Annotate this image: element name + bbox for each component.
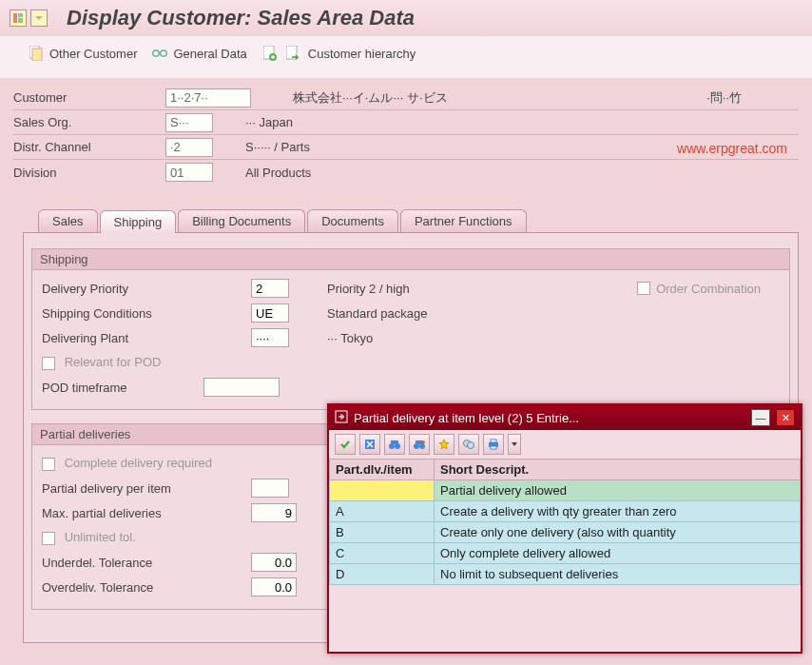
title-bar: Display Customer: Sales Area Data: [0, 0, 812, 36]
page-plus-icon[interactable]: [262, 46, 278, 61]
max-partial-field[interactable]: [251, 503, 297, 522]
popup-row[interactable]: B Create only one delivery (also with qu…: [330, 522, 801, 543]
underdel-label: Underdel. Tolerance: [42, 556, 251, 570]
cancel-icon[interactable]: [359, 434, 380, 455]
watermark: www.erpgreat.com: [677, 141, 787, 156]
distr-channel-field[interactable]: [165, 138, 213, 157]
favorite-icon[interactable]: [434, 434, 454, 455]
general-data-button[interactable]: General Data: [152, 46, 246, 61]
other-customer-label: Other Customer: [49, 47, 137, 61]
order-combination-checkbox[interactable]: Order Combination: [637, 282, 761, 296]
shipping-conditions-desc: Standard package: [327, 306, 428, 321]
order-combination-label: Order Combination: [656, 282, 761, 296]
svg-rect-22: [491, 446, 496, 449]
minimize-button[interactable]: —: [751, 409, 770, 426]
partial-per-item-field[interactable]: [251, 479, 289, 498]
svg-rect-4: [32, 49, 42, 61]
overdel-field[interactable]: [251, 577, 297, 597]
popup-col-desc[interactable]: Short Descript.: [435, 460, 801, 480]
tab-sales[interactable]: Sales: [38, 209, 98, 232]
customer-desc1: 株式会社···イ·ムル··· サ·ビス: [293, 89, 448, 107]
header-form: Customer 株式会社···イ·ムル··· サ·ビス ·問··竹 Sales…: [0, 78, 812, 196]
popup-cell-code: [330, 480, 435, 501]
popup-toolbar: [329, 430, 801, 459]
tab-documents[interactable]: Documents: [307, 209, 398, 232]
popup-row[interactable]: D No limit to subsequent deliveries: [330, 564, 801, 585]
division-desc: All Products: [245, 166, 311, 180]
shipping-group-title: Shipping: [32, 249, 789, 270]
distr-channel-label: Distr. Channel: [13, 140, 165, 154]
complete-delivery-label: Complete delivery required: [65, 456, 212, 470]
delivery-priority-field[interactable]: [251, 279, 289, 298]
popup-title: Partial delivery at item level (2) 5 Ent…: [354, 411, 745, 425]
svg-point-19: [468, 442, 474, 449]
help-icon[interactable]: [458, 434, 479, 455]
tab-shipping[interactable]: Shipping: [100, 210, 177, 233]
popup-cell-code: B: [330, 522, 435, 543]
binoculars-icon[interactable]: [384, 434, 405, 455]
unlimited-tol-checkbox[interactable]: Unlimited tol.: [42, 530, 251, 545]
max-partial-label: Max. partial deliveries: [42, 506, 251, 520]
tab-partner[interactable]: Partner Functions: [400, 209, 527, 232]
complete-delivery-checkbox[interactable]: Complete delivery required: [42, 456, 251, 471]
unlimited-tol-label: Unlimited tol.: [65, 530, 136, 544]
page-arrow-icon[interactable]: [285, 46, 300, 61]
checkbox-icon: [42, 458, 55, 471]
page-title: Display Customer: Sales Area Data: [67, 6, 415, 30]
customer-hierarchy-label: Customer hierarchy: [308, 47, 416, 61]
document-icon: [29, 46, 44, 61]
other-customer-button[interactable]: Other Customer: [29, 46, 137, 61]
popup-empty-area: [329, 585, 801, 652]
shipping-groupbox: Shipping Delivery Priority Priority 2 / …: [31, 248, 790, 410]
dropdown-icon[interactable]: [30, 10, 48, 27]
popup-cell-desc: No limit to subsequent deliveries: [435, 564, 801, 585]
division-label: Division: [13, 166, 165, 180]
division-field[interactable]: [165, 163, 213, 182]
relevant-pod-checkbox[interactable]: Relevant for POD: [42, 355, 251, 370]
svg-rect-21: [491, 440, 496, 442]
sales-org-field[interactable]: [165, 113, 213, 132]
popup-cell-desc: Create a delivery with qty greater than …: [435, 501, 801, 522]
transaction-icon[interactable]: [10, 10, 27, 27]
pod-timeframe-field[interactable]: [203, 378, 280, 397]
dropdown-chevron-icon[interactable]: [508, 434, 521, 455]
popup-titlebar: Partial delivery at item level (2) 5 Ent…: [329, 405, 801, 430]
accept-icon[interactable]: [335, 434, 356, 455]
svg-rect-2: [18, 18, 23, 23]
svg-point-5: [153, 50, 159, 56]
popup-cell-code: D: [330, 564, 435, 585]
relevant-pod-label: Relevant for POD: [65, 355, 162, 369]
shipping-conditions-field[interactable]: [251, 303, 289, 323]
title-icon-group: [10, 10, 48, 27]
underdel-field[interactable]: [251, 553, 297, 572]
popup-cell-code: A: [330, 501, 435, 522]
tab-strip: Sales Shipping Billing Documents Documen…: [0, 196, 812, 232]
tab-billing[interactable]: Billing Documents: [178, 209, 305, 232]
close-button[interactable]: ✕: [776, 409, 795, 426]
popup-cell-desc: Only complete delivery allowed: [435, 543, 801, 564]
customer-field[interactable]: [165, 88, 251, 108]
popup-col-code[interactable]: Part.dlv./item: [330, 460, 435, 480]
delivering-plant-desc: ··· Tokyo: [327, 331, 373, 345]
popup-search-icon: [335, 410, 348, 426]
popup-row[interactable]: A Create a delivery with qty greater tha…: [330, 501, 801, 522]
sales-org-desc: ··· Japan: [245, 115, 293, 129]
svg-rect-14: [391, 440, 398, 444]
delivering-plant-field[interactable]: [251, 328, 289, 347]
toolbar: Other Customer General Data Customer hie…: [0, 36, 812, 78]
shipping-conditions-label: Shipping Conditions: [42, 306, 251, 321]
checkbox-icon: [42, 357, 55, 370]
popup-row[interactable]: Partial delivery allowed: [330, 480, 801, 501]
distr-channel-desc: S····· / Parts: [245, 140, 310, 154]
checkbox-icon: [637, 282, 650, 295]
popup-row[interactable]: C Only complete delivery allowed: [330, 543, 801, 564]
svg-rect-0: [13, 13, 17, 23]
print-icon[interactable]: [483, 434, 504, 455]
popup-cell-desc: Create only one delivery (also with quan…: [435, 522, 801, 543]
glasses-icon: [152, 46, 167, 61]
popup-table: Part.dlv./item Short Descript. Partial d…: [329, 459, 801, 585]
binoculars-plus-icon[interactable]: [409, 434, 430, 455]
customer-label: Customer: [13, 90, 165, 105]
overdel-label: Overdeliv. Tolerance: [42, 580, 251, 595]
svg-point-6: [161, 50, 166, 56]
